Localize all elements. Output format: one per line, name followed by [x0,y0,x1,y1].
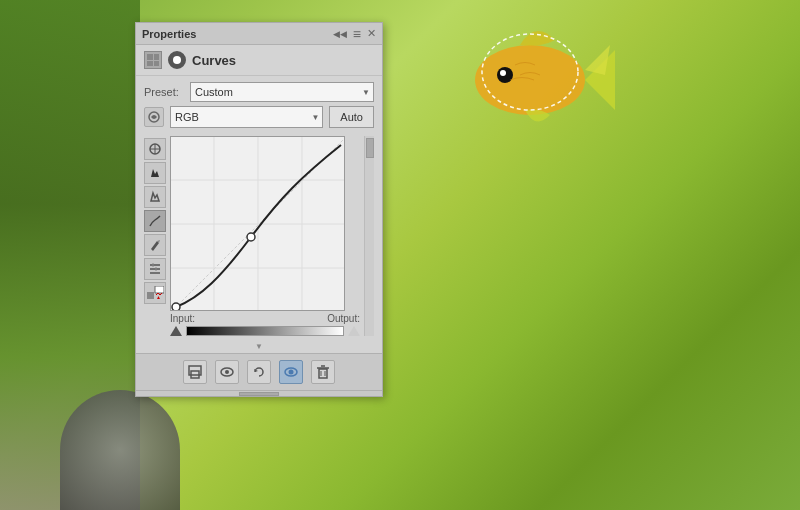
svg-point-26 [225,370,229,374]
preset-label: Preset: [144,86,184,98]
svg-point-21 [172,303,180,311]
preset-select-wrapper: Custom Default Strong Contrast ▼ [190,82,374,102]
close-icon[interactable]: ✕ [367,27,376,40]
input-gradient-bar[interactable] [186,326,344,336]
curve-edit-tool-button[interactable] [144,210,166,232]
adjustment-icon[interactable] [168,51,186,69]
vertical-scrollbar[interactable] [364,136,374,336]
auto-button[interactable]: Auto [329,106,374,128]
properties-panel: Properties ◀◀ ≡ ✕ Curves Preset: Custom … [135,22,383,397]
visibility-button[interactable] [215,360,239,384]
svg-text:▲: ▲ [156,294,161,300]
curve-graph-wrapper: Input: Output: [170,136,360,336]
input-output-labels: Input: Output: [170,311,360,324]
svg-rect-11 [147,292,154,299]
panel-menu-icon[interactable]: ≡ [353,26,361,42]
fish-illustration [440,10,620,152]
svg-point-20 [247,233,255,241]
preset-row: Preset: Custom Default Strong Contrast ▼ [144,82,374,102]
svg-point-2 [500,70,506,76]
black-point-triangle[interactable] [170,326,182,336]
titlebar-icons: ◀◀ ≡ ✕ [333,26,376,42]
scrollbar-thumb[interactable] [366,138,374,158]
delete-button[interactable] [311,360,335,384]
black-point-tool-button[interactable] [144,162,166,184]
panel-footer [136,353,382,390]
svg-rect-29 [319,369,327,378]
clipping-indicator-button[interactable]: ▲ [144,282,166,304]
cat-fur [60,390,180,510]
tools-sidebar: ▲ [144,136,166,336]
channel-row: RGB Red Green Blue ▼ Auto [144,106,374,128]
scroll-down-arrow[interactable]: ▼ [255,342,263,351]
white-point-tool-button[interactable] [144,186,166,208]
preset-section: Preset: Custom Default Strong Contrast ▼ [136,76,382,136]
target-adjustment-button[interactable] [144,258,166,280]
output-label: Output: [327,313,360,324]
panel-title: Properties [142,28,196,40]
curves-area: ▲ [136,136,382,340]
svg-point-0 [475,45,585,115]
grid-icon[interactable] [144,51,162,69]
view-button[interactable] [279,360,303,384]
curve-graph[interactable] [170,136,345,311]
pencil-tool-button[interactable] [144,234,166,256]
panel-titlebar: Properties ◀◀ ≡ ✕ [136,23,382,45]
white-point-triangle[interactable] [348,326,360,336]
svg-point-28 [289,370,294,375]
sample-tool-button[interactable] [144,138,166,160]
channel-select-wrapper: RGB Red Green Blue ▼ [170,106,323,128]
channel-icon[interactable] [144,107,164,127]
gradient-bars [170,326,360,336]
horizontal-scrollbar[interactable] [136,390,382,396]
reset-button[interactable] [247,360,271,384]
h-scrollbar-thumb[interactable] [239,392,279,396]
preset-select[interactable]: Custom Default Strong Contrast [190,82,374,102]
channel-select[interactable]: RGB Red Green Blue [170,106,323,128]
clip-mask-button[interactable] [183,360,207,384]
panel-header: Curves [136,45,382,76]
scroll-indicator-bottom: ▼ [136,340,382,353]
curves-title: Curves [192,53,236,68]
input-label: Input: [170,313,195,324]
collapse-icon[interactable]: ◀◀ [333,29,347,39]
